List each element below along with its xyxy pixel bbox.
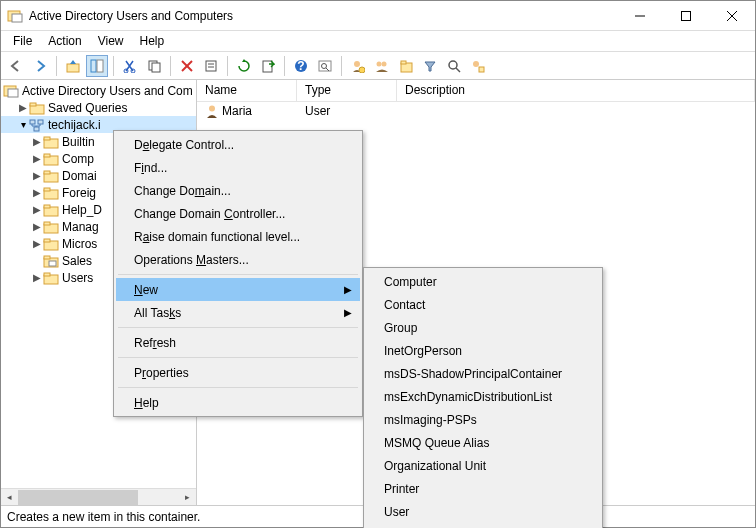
svg-rect-58: [44, 239, 50, 242]
search-button[interactable]: [443, 55, 465, 77]
new-printer[interactable]: Printer: [366, 477, 600, 500]
svg-point-24: [354, 61, 360, 67]
menu-separator: [118, 357, 358, 358]
chevron-right-icon: ▶: [31, 272, 43, 283]
chevron-right-icon: ▶: [31, 170, 43, 181]
column-description[interactable]: Description: [397, 80, 755, 101]
tree-scrollbar[interactable]: ◂ ▸: [1, 488, 196, 505]
new-msexch-ddl[interactable]: msExchDynamicDistributionList: [366, 385, 600, 408]
chevron-right-icon: ▶: [31, 153, 43, 164]
context-submenu-new: Computer Contact Group InetOrgPerson msD…: [363, 267, 603, 528]
cut-button[interactable]: [119, 55, 141, 77]
ctx-help[interactable]: Help: [116, 391, 360, 414]
new-inetorgperson[interactable]: InetOrgPerson: [366, 339, 600, 362]
tree-item-label: Manag: [62, 220, 99, 234]
app-icon: [7, 8, 23, 24]
list-item[interactable]: Maria User: [197, 102, 755, 119]
svg-rect-48: [44, 154, 50, 157]
export-button[interactable]: [257, 55, 279, 77]
minimize-button[interactable]: [617, 1, 663, 31]
svg-line-31: [456, 68, 460, 72]
ctx-operations-masters[interactable]: Operations Masters...: [116, 248, 360, 271]
tree-saved-queries[interactable]: ▶ Saved Queries: [1, 99, 196, 116]
menu-view[interactable]: View: [90, 33, 132, 49]
svg-rect-46: [44, 137, 50, 140]
scroll-right-button[interactable]: ▸: [179, 489, 196, 506]
new-contact[interactable]: Contact: [366, 293, 600, 316]
svg-rect-52: [44, 188, 50, 191]
chevron-right-icon: ▶: [31, 187, 43, 198]
new-msimaging-psps[interactable]: msImaging-PSPs: [366, 408, 600, 431]
tree-item-label: Foreig: [62, 186, 96, 200]
folder-icon: [43, 134, 59, 150]
submenu-arrow-icon: ▶: [344, 307, 352, 318]
svg-rect-56: [44, 222, 50, 225]
close-button[interactable]: [709, 1, 755, 31]
svg-rect-7: [91, 60, 96, 72]
svg-rect-3: [682, 11, 691, 20]
ctx-new[interactable]: New▶: [116, 278, 360, 301]
new-organizational-unit[interactable]: Organizational Unit: [366, 454, 600, 477]
copy-button[interactable]: [143, 55, 165, 77]
new-group-button[interactable]: [371, 55, 393, 77]
ctx-change-dc[interactable]: Change Domain Controller...: [116, 202, 360, 225]
up-button[interactable]: [62, 55, 84, 77]
tree-item-label: Comp: [62, 152, 94, 166]
ctx-all-tasks[interactable]: All Tasks▶: [116, 301, 360, 324]
menu-separator: [118, 387, 358, 388]
new-msds-shadow[interactable]: msDS-ShadowPrincipalContainer: [366, 362, 600, 385]
maximize-button[interactable]: [663, 1, 709, 31]
tree-item-label: Sales: [62, 254, 92, 268]
ctx-delegate-control[interactable]: Delegate Control...: [116, 133, 360, 156]
new-computer[interactable]: Computer: [366, 270, 600, 293]
title-bar: Active Directory Users and Computers: [1, 1, 755, 31]
scroll-left-button[interactable]: ◂: [1, 489, 18, 506]
column-name[interactable]: Name: [197, 80, 297, 101]
scrollbar-thumb[interactable]: [18, 490, 138, 505]
list-item-type: User: [297, 104, 397, 118]
new-user[interactable]: User: [366, 500, 600, 523]
delete-button[interactable]: [176, 55, 198, 77]
folder-icon: [43, 185, 59, 201]
new-ou-button[interactable]: [395, 55, 417, 77]
svg-rect-33: [479, 67, 484, 72]
folder-icon: [43, 202, 59, 218]
svg-rect-8: [97, 60, 103, 72]
new-msmq-queue-alias[interactable]: MSMQ Queue Alias: [366, 431, 600, 454]
column-type[interactable]: Type: [297, 80, 397, 101]
toolbar: ?: [1, 52, 755, 80]
filter-button[interactable]: [419, 55, 441, 77]
add-to-group-button[interactable]: [467, 55, 489, 77]
nav-back-button[interactable]: [5, 55, 27, 77]
ctx-change-domain[interactable]: Change Domain...: [116, 179, 360, 202]
tree-item-label: Domai: [62, 169, 97, 183]
refresh-button[interactable]: [233, 55, 255, 77]
folder-icon: [43, 168, 59, 184]
svg-rect-60: [44, 256, 50, 259]
status-text: Creates a new item in this container.: [7, 510, 200, 524]
ctx-find[interactable]: Find...: [116, 156, 360, 179]
tree-item-label: Users: [62, 271, 93, 285]
ctx-raise-level[interactable]: Raise domain functional level...: [116, 225, 360, 248]
chevron-right-icon: ▶: [17, 102, 29, 113]
menu-action[interactable]: Action: [40, 33, 89, 49]
chevron-right-icon: ▶: [31, 238, 43, 249]
properties-button[interactable]: [200, 55, 222, 77]
tree-item-label: Help_D: [62, 203, 102, 217]
show-tree-button[interactable]: [86, 55, 108, 77]
new-group[interactable]: Group: [366, 316, 600, 339]
find-button[interactable]: [314, 55, 336, 77]
nav-forward-button[interactable]: [29, 55, 51, 77]
new-user-button[interactable]: [347, 55, 369, 77]
svg-point-64: [209, 105, 215, 111]
new-shared-folder[interactable]: Shared Folder: [366, 523, 600, 528]
ctx-properties[interactable]: Properties: [116, 361, 360, 384]
menu-file[interactable]: File: [5, 33, 40, 49]
ctx-refresh[interactable]: Refresh: [116, 331, 360, 354]
folder-icon: [43, 219, 59, 235]
svg-point-27: [382, 61, 387, 66]
menu-help[interactable]: Help: [132, 33, 173, 49]
tree-root[interactable]: Active Directory Users and Com: [1, 82, 196, 99]
svg-rect-1: [12, 14, 22, 22]
help-button[interactable]: ?: [290, 55, 312, 77]
